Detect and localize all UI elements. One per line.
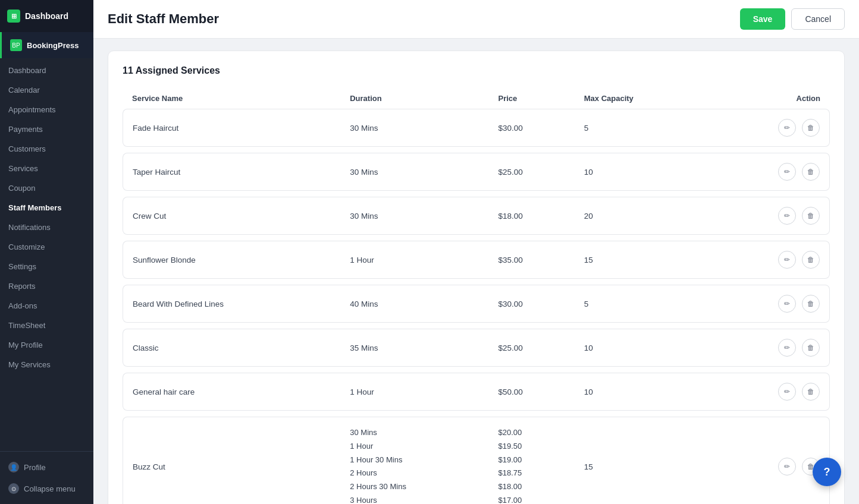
delete-icon[interactable]: 🗑	[802, 119, 820, 137]
service-price: $20.00$19.50$19.00$18.75$18.00$17.00	[489, 417, 575, 504]
table-row: Crew Cut30 Mins$18.0020✏🗑	[123, 197, 830, 235]
col-header-name: Service Name	[123, 88, 340, 109]
service-price: $30.00	[489, 285, 575, 323]
edit-icon[interactable]: ✏	[778, 295, 796, 313]
sidebar-item-notifications[interactable]: Notifications	[0, 218, 93, 237]
table-row: Fade Haircut30 Mins$30.005✏🗑	[123, 109, 830, 147]
profile-icon: 👤	[8, 462, 19, 472]
service-name: Beard With Defined Lines	[123, 285, 340, 323]
row-spacer	[123, 235, 830, 241]
service-duration: 30 Mins1 Hour1 Hour 30 Mins2 Hours2 Hour…	[340, 417, 488, 504]
sidebar-footer: 👤 Profile ⊙ Collapse menu	[0, 451, 93, 504]
service-capacity: 10	[575, 153, 710, 191]
sidebar-item-my-profile[interactable]: My Profile	[0, 335, 93, 355]
delete-icon[interactable]: 🗑	[802, 383, 820, 401]
service-action: ✏🗑	[709, 329, 830, 367]
sidebar: ⊞ Dashboard BP BookingPress DashboardCal…	[0, 0, 93, 504]
service-action: ✏🗑	[709, 285, 830, 323]
dashboard-icon: ⊞	[7, 10, 20, 23]
edit-icon[interactable]: ✏	[778, 458, 796, 475]
save-button[interactable]: Save	[740, 8, 786, 30]
sidebar-item-coupon[interactable]: Coupon	[0, 178, 93, 198]
row-spacer	[123, 191, 830, 197]
service-name: Taper Haircut	[123, 153, 340, 191]
brand-icon: BP	[10, 39, 22, 51]
cancel-button[interactable]: Cancel	[791, 8, 845, 30]
service-duration: 40 Mins	[340, 285, 488, 323]
delete-icon[interactable]: 🗑	[802, 251, 820, 269]
brand-label: BookingPress	[27, 41, 79, 50]
delete-icon[interactable]: 🗑	[802, 339, 820, 357]
services-table: Service Name Duration Price Max Capacity…	[123, 88, 830, 504]
table-row: Buzz Cut30 Mins1 Hour1 Hour 30 Mins2 Hou…	[123, 417, 830, 504]
col-header-price: Price	[489, 88, 575, 109]
edit-icon[interactable]: ✏	[778, 339, 796, 357]
row-spacer	[123, 323, 830, 329]
help-fab[interactable]: ?	[813, 458, 841, 486]
edit-icon[interactable]: ✏	[778, 119, 796, 137]
sidebar-item-collapse[interactable]: ⊙ Collapse menu	[0, 478, 93, 499]
sidebar-item-payments[interactable]: Payments	[0, 119, 93, 139]
service-name: Sunflower Blonde	[123, 241, 340, 279]
sidebar-item-timesheet[interactable]: TimeSheet	[0, 316, 93, 335]
collapse-icon: ⊙	[8, 483, 19, 494]
sidebar-top-item[interactable]: ⊞ Dashboard	[0, 0, 93, 32]
service-duration: 1 Hour	[340, 373, 488, 411]
sidebar-item-appointments[interactable]: Appointments	[0, 100, 93, 119]
sidebar-item-my-services[interactable]: My Services	[0, 355, 93, 374]
top-bar: Edit Staff Member Save Cancel	[93, 0, 859, 39]
col-header-duration: Duration	[340, 88, 488, 109]
edit-icon[interactable]: ✏	[778, 383, 796, 401]
top-bar-actions: Save Cancel	[740, 8, 845, 30]
services-card: 11 Assigned Services Service Name Durati…	[108, 51, 845, 504]
sidebar-item-staff-members[interactable]: Staff Members	[0, 198, 93, 218]
service-action: ✏🗑	[709, 417, 830, 504]
edit-icon[interactable]: ✏	[778, 163, 796, 181]
brand-item: BP BookingPress	[0, 32, 93, 58]
services-section-title: 11 Assigned Services	[123, 65, 830, 76]
sidebar-item-reports[interactable]: Reports	[0, 276, 93, 296]
col-header-action: Action	[709, 88, 830, 109]
delete-icon[interactable]: 🗑	[802, 163, 820, 181]
main-content: Edit Staff Member Save Cancel 11 Assigne…	[93, 0, 859, 504]
table-row: General hair care1 Hour$50.0010✏🗑	[123, 373, 830, 411]
table-row: Taper Haircut30 Mins$25.0010✏🗑	[123, 153, 830, 191]
service-price: $35.00	[489, 241, 575, 279]
service-duration: 30 Mins	[340, 197, 488, 235]
top-bar-left: Edit Staff Member	[108, 11, 219, 27]
service-action: ✏🗑	[709, 373, 830, 411]
sidebar-item-customize[interactable]: Customize	[0, 237, 93, 257]
sidebar-item-customers[interactable]: Customers	[0, 139, 93, 159]
sidebar-top-label: Dashboard	[25, 11, 68, 21]
service-name: Classic	[123, 329, 340, 367]
service-capacity: 15	[575, 417, 710, 504]
sidebar-item-calendar[interactable]: Calendar	[0, 80, 93, 100]
service-name: General hair care	[123, 373, 340, 411]
service-price: $25.00	[489, 153, 575, 191]
sidebar-item-dashboard[interactable]: Dashboard	[0, 61, 93, 80]
service-name: Fade Haircut	[123, 109, 340, 147]
row-spacer	[123, 367, 830, 373]
delete-icon[interactable]: 🗑	[802, 207, 820, 225]
service-action: ✏🗑	[709, 109, 830, 147]
row-spacer	[123, 147, 830, 153]
table-row: Classic35 Mins$25.0010✏🗑	[123, 329, 830, 367]
profile-label: Profile	[24, 463, 46, 472]
service-price: $18.00	[489, 197, 575, 235]
delete-icon[interactable]: 🗑	[802, 295, 820, 313]
service-capacity: 10	[575, 373, 710, 411]
service-duration: 30 Mins	[340, 109, 488, 147]
service-duration: 35 Mins	[340, 329, 488, 367]
edit-icon[interactable]: ✏	[778, 251, 796, 269]
content-area: 11 Assigned Services Service Name Durati…	[93, 39, 859, 504]
row-spacer	[123, 411, 830, 417]
service-duration: 1 Hour	[340, 241, 488, 279]
service-action: ✏🗑	[709, 153, 830, 191]
sidebar-item-profile[interactable]: 👤 Profile	[0, 456, 93, 478]
sidebar-item-services[interactable]: Services	[0, 159, 93, 178]
edit-icon[interactable]: ✏	[778, 207, 796, 225]
row-spacer	[123, 279, 830, 285]
sidebar-item-add-ons[interactable]: Add-ons	[0, 296, 93, 316]
sidebar-item-settings[interactable]: Settings	[0, 257, 93, 276]
help-icon: ?	[824, 466, 830, 478]
